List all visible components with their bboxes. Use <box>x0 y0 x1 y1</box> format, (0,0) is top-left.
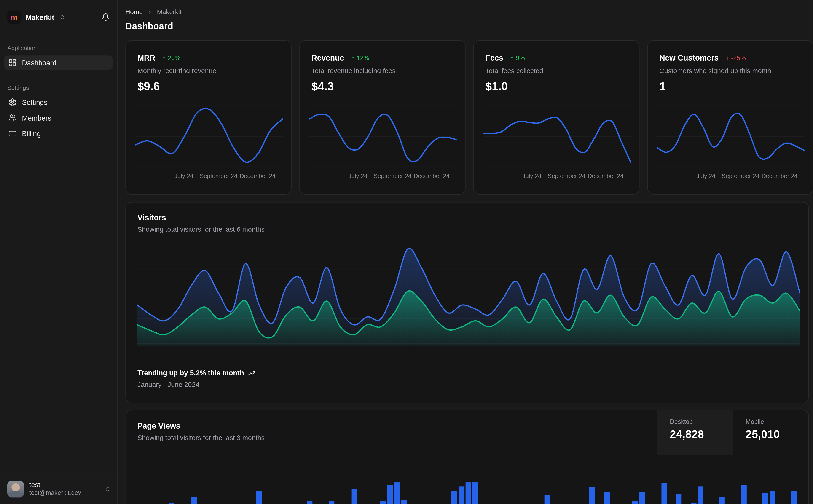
toggle-value: 25,010 <box>746 428 808 440</box>
sidebar-item-dashboard[interactable]: Dashboard <box>4 55 113 70</box>
stat-value: $9.6 <box>126 75 291 93</box>
tick-label: July 24 <box>696 173 715 179</box>
stat-value: 1 <box>648 75 813 93</box>
page-views-card: Page Views Showing total visitors for th… <box>125 410 809 504</box>
sidebar-item-label: Members <box>22 114 51 122</box>
toggle-value: 24,828 <box>670 428 733 440</box>
page-views-bar-chart <box>137 457 800 504</box>
bell-icon[interactable] <box>101 13 110 21</box>
users-icon <box>8 114 17 122</box>
visitors-area-chart <box>137 244 800 346</box>
makerkit-logo: m <box>7 11 21 24</box>
tick-label: December 24 <box>240 173 276 179</box>
stat-card-fees: Fees ↑9% Total fees collected $1.0 July … <box>473 40 640 195</box>
stat-card-new-customers: New Customers ↓-25% Customers who signed… <box>648 40 813 195</box>
tick-label: December 24 <box>762 173 798 179</box>
sidebar-item-label: Billing <box>22 130 41 138</box>
new-customers-sparkline-chart <box>657 106 805 167</box>
x-axis-ticks: July 24 September 24 December 24 <box>309 173 457 180</box>
arrow-up-icon: ↑ <box>511 54 514 61</box>
stat-title: MRR <box>137 53 155 62</box>
trend-value: 20% <box>168 54 180 61</box>
user-email: test@makerkit.dev <box>29 489 81 497</box>
trend-value: -25% <box>731 54 746 61</box>
app-window: m Makerkit Application Dashboard Setting… <box>0 0 813 504</box>
sidebar-item-label: Dashboard <box>22 59 56 66</box>
page-views-header: Page Views Showing total visitors for th… <box>126 410 808 455</box>
tick-label: September 24 <box>548 173 585 179</box>
page-title: Dashboard <box>125 21 809 32</box>
stat-subtitle: Total revenue including fees <box>300 62 465 75</box>
tick-label: September 24 <box>199 173 238 179</box>
stat-title: New Customers <box>659 53 719 62</box>
stat-title: Fees <box>485 53 503 62</box>
stat-title: Revenue <box>312 53 344 62</box>
main-content: Home Makerkit Dashboard MRR ↑20% Monthly… <box>117 0 813 504</box>
breadcrumb: Home Makerkit <box>125 7 809 17</box>
tick-label: September 24 <box>722 173 760 179</box>
revenue-sparkline-chart <box>309 106 457 167</box>
arrow-up-icon: ↑ <box>162 54 166 61</box>
stat-value: $1.0 <box>474 75 639 93</box>
visitors-footer: Trending up by 5.2% this month January -… <box>137 369 256 388</box>
org-selector[interactable]: m Makerkit <box>0 0 117 27</box>
sidebar-item-billing[interactable]: Billing <box>4 126 113 141</box>
stat-card-revenue: Revenue ↑12% Total revenue including fee… <box>299 40 466 195</box>
org-name: Makerkit <box>26 13 54 21</box>
toggle-mobile[interactable]: Mobile 25,010 <box>733 410 808 455</box>
user-name: test <box>29 481 81 489</box>
user-menu-button[interactable]: test test@makerkit.dev <box>0 473 117 504</box>
mrr-sparkline-chart <box>135 106 283 167</box>
page-views-subtitle: Showing total visitors for the last 3 mo… <box>137 434 657 442</box>
sidebar-item-label: Settings <box>22 98 47 106</box>
stat-subtitle: Total fees collected <box>474 62 639 75</box>
chevrons-up-down-icon <box>104 486 111 492</box>
x-axis-ticks: July 24 September 24 December 24 <box>657 173 805 180</box>
trend-value: 9% <box>516 54 525 61</box>
sidebar-item-members[interactable]: Members <box>4 111 113 125</box>
x-axis-ticks: July 24 September 24 December 24 <box>483 173 631 180</box>
tick-label: September 24 <box>374 173 411 179</box>
trend-badge: ↑20% <box>162 54 180 61</box>
toggle-label: Mobile <box>746 418 808 425</box>
arrow-down-icon: ↓ <box>726 54 729 61</box>
tick-label: July 24 <box>522 173 541 179</box>
stat-subtitle: Monthly recurring revenue <box>126 62 291 75</box>
page-views-title: Page Views <box>137 421 657 430</box>
visitors-subtitle: Showing total visitors for the last 6 mo… <box>137 225 808 233</box>
tick-label: July 24 <box>349 173 368 179</box>
gear-icon <box>8 98 17 107</box>
trend-badge: ↓-25% <box>726 54 746 61</box>
breadcrumb-home[interactable]: Home <box>125 8 143 16</box>
sidebar-item-settings[interactable]: Settings <box>4 95 113 110</box>
credit-card-icon <box>8 130 17 138</box>
stat-subtitle: Customers who signed up this month <box>648 62 813 75</box>
tick-label: July 24 <box>174 173 193 179</box>
visitors-card: Visitors Showing total visitors for the … <box>125 202 809 403</box>
sidebar-section-settings: Settings <box>7 85 110 91</box>
fees-sparkline-chart <box>483 106 631 167</box>
chevrons-up-down-icon <box>59 14 65 20</box>
trend-badge: ↑12% <box>352 54 369 61</box>
stat-cards-row: MRR ↑20% Monthly recurring revenue $9.6 … <box>125 40 809 195</box>
visitors-trend-text: Trending up by 5.2% this month <box>137 369 244 377</box>
sidebar-section-application: Application <box>7 45 110 51</box>
arrow-up-icon: ↑ <box>352 54 355 61</box>
stat-card-mrr: MRR ↑20% Monthly recurring revenue $9.6 … <box>125 40 292 195</box>
layout-dashboard-icon <box>8 58 17 67</box>
x-axis-ticks: July 24 September 24 December 24 <box>135 173 283 180</box>
toggle-label: Desktop <box>670 418 733 425</box>
user-avatar <box>7 480 24 497</box>
user-info: test test@makerkit.dev <box>29 481 81 497</box>
visitors-title: Visitors <box>137 213 808 222</box>
visitors-date-range: January - June 2024 <box>137 381 256 388</box>
breadcrumb-current[interactable]: Makerkit <box>157 8 181 16</box>
trend-badge: ↑9% <box>511 54 525 61</box>
tick-label: December 24 <box>587 173 624 179</box>
stat-value: $4.3 <box>300 75 465 93</box>
chevron-right-icon <box>147 9 153 15</box>
trending-up-icon <box>248 369 256 377</box>
logo-letter: m <box>11 13 17 22</box>
toggle-desktop[interactable]: Desktop 24,828 <box>657 410 733 455</box>
tick-label: December 24 <box>413 173 450 179</box>
